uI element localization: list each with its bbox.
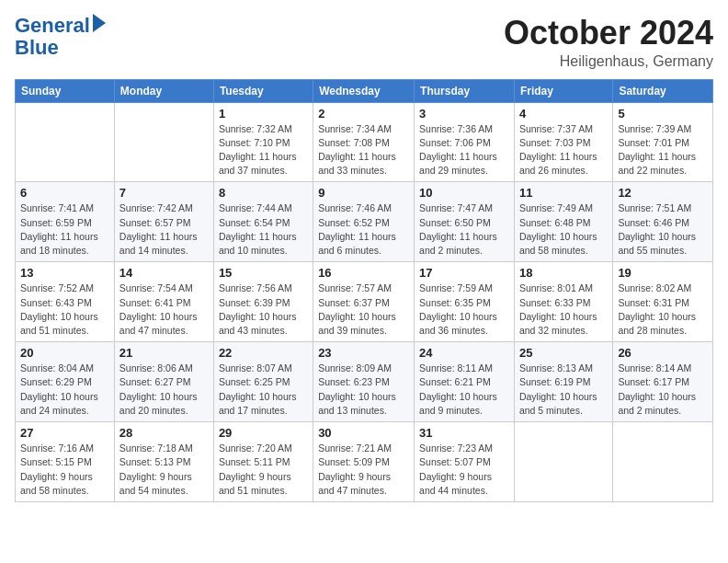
- calendar-cell: 13Sunrise: 7:52 AMSunset: 6:43 PMDayligh…: [16, 262, 115, 342]
- day-number: 20: [20, 346, 109, 360]
- day-detail: Sunrise: 8:13 AMSunset: 6:19 PMDaylight:…: [519, 362, 608, 418]
- calendar-cell: 10Sunrise: 7:47 AMSunset: 6:50 PMDayligh…: [415, 182, 515, 262]
- day-number: 21: [119, 346, 209, 360]
- day-number: 15: [219, 266, 308, 280]
- calendar-week-row: 20Sunrise: 8:04 AMSunset: 6:29 PMDayligh…: [16, 342, 713, 422]
- weekday-header-row: SundayMondayTuesdayWednesdayThursdayFrid…: [16, 79, 713, 102]
- location: Heiligenhaus, Germany: [504, 53, 713, 70]
- day-number: 4: [519, 107, 608, 121]
- calendar-cell: 31Sunrise: 7:23 AMSunset: 5:07 PMDayligh…: [415, 422, 515, 502]
- day-number: 7: [119, 186, 209, 200]
- calendar-cell: 14Sunrise: 7:54 AMSunset: 6:41 PMDayligh…: [114, 262, 213, 342]
- calendar-cell: 2Sunrise: 7:34 AMSunset: 7:08 PMDaylight…: [313, 102, 415, 182]
- day-number: 14: [119, 266, 209, 280]
- day-number: 2: [318, 107, 409, 121]
- day-number: 22: [219, 346, 308, 360]
- month-title: October 2024: [504, 15, 713, 52]
- weekday-header: Tuesday: [213, 79, 313, 102]
- calendar-cell: 6Sunrise: 7:41 AMSunset: 6:59 PMDaylight…: [16, 182, 115, 262]
- day-detail: Sunrise: 7:56 AMSunset: 6:39 PMDaylight:…: [219, 282, 308, 338]
- day-detail: Sunrise: 7:59 AMSunset: 6:35 PMDaylight:…: [419, 282, 509, 338]
- day-detail: Sunrise: 8:09 AMSunset: 6:23 PMDaylight:…: [318, 362, 409, 418]
- day-number: 23: [318, 346, 409, 360]
- day-number: 17: [419, 266, 509, 280]
- calendar-cell: 8Sunrise: 7:44 AMSunset: 6:54 PMDaylight…: [213, 182, 313, 262]
- day-number: 8: [219, 186, 308, 200]
- calendar-cell: 7Sunrise: 7:42 AMSunset: 6:57 PMDaylight…: [114, 182, 213, 262]
- logo: General Blue: [15, 15, 106, 59]
- day-detail: Sunrise: 8:04 AMSunset: 6:29 PMDaylight:…: [20, 362, 109, 418]
- day-detail: Sunrise: 7:34 AMSunset: 7:08 PMDaylight:…: [318, 122, 409, 178]
- calendar-cell: [16, 102, 115, 182]
- day-number: 19: [618, 266, 708, 280]
- day-detail: Sunrise: 7:16 AMSunset: 5:15 PMDaylight:…: [20, 442, 109, 498]
- day-detail: Sunrise: 7:54 AMSunset: 6:41 PMDaylight:…: [119, 282, 209, 338]
- calendar-cell: 19Sunrise: 8:02 AMSunset: 6:31 PMDayligh…: [613, 262, 713, 342]
- day-detail: Sunrise: 7:36 AMSunset: 7:06 PMDaylight:…: [419, 122, 509, 178]
- day-detail: Sunrise: 7:21 AMSunset: 5:09 PMDaylight:…: [318, 442, 409, 498]
- day-detail: Sunrise: 7:18 AMSunset: 5:13 PMDaylight:…: [119, 442, 209, 498]
- calendar-cell: 20Sunrise: 8:04 AMSunset: 6:29 PMDayligh…: [16, 342, 115, 422]
- day-detail: Sunrise: 7:23 AMSunset: 5:07 PMDaylight:…: [419, 442, 509, 498]
- calendar-cell: 21Sunrise: 8:06 AMSunset: 6:27 PMDayligh…: [114, 342, 213, 422]
- logo-blue-text: Blue: [15, 37, 106, 59]
- page-container: General Blue October 2024 Heiligenhaus, …: [0, 0, 728, 511]
- day-detail: Sunrise: 7:44 AMSunset: 6:54 PMDaylight:…: [219, 201, 308, 258]
- day-detail: Sunrise: 8:02 AMSunset: 6:31 PMDaylight:…: [618, 282, 708, 338]
- calendar-cell: 18Sunrise: 8:01 AMSunset: 6:33 PMDayligh…: [514, 262, 612, 342]
- calendar-cell: 30Sunrise: 7:21 AMSunset: 5:09 PMDayligh…: [313, 422, 415, 502]
- calendar-cell: 17Sunrise: 7:59 AMSunset: 6:35 PMDayligh…: [415, 262, 515, 342]
- calendar-cell: 4Sunrise: 7:37 AMSunset: 7:03 PMDaylight…: [514, 102, 612, 182]
- calendar-cell: 15Sunrise: 7:56 AMSunset: 6:39 PMDayligh…: [213, 262, 313, 342]
- day-number: 9: [318, 186, 409, 200]
- day-detail: Sunrise: 8:01 AMSunset: 6:33 PMDaylight:…: [519, 282, 608, 338]
- logo-arrow-icon: [93, 14, 106, 32]
- calendar-week-row: 1Sunrise: 7:32 AMSunset: 7:10 PMDaylight…: [16, 102, 713, 182]
- calendar-week-row: 6Sunrise: 7:41 AMSunset: 6:59 PMDaylight…: [16, 182, 713, 262]
- calendar-cell: 27Sunrise: 7:16 AMSunset: 5:15 PMDayligh…: [16, 422, 115, 502]
- calendar-cell: 16Sunrise: 7:57 AMSunset: 6:37 PMDayligh…: [313, 262, 415, 342]
- day-number: 13: [20, 266, 109, 280]
- day-detail: Sunrise: 7:32 AMSunset: 7:10 PMDaylight:…: [219, 122, 308, 178]
- calendar-cell: [514, 422, 612, 502]
- calendar-cell: 11Sunrise: 7:49 AMSunset: 6:48 PMDayligh…: [514, 182, 612, 262]
- calendar-cell: [613, 422, 713, 502]
- day-number: 3: [419, 107, 509, 121]
- day-detail: Sunrise: 7:47 AMSunset: 6:50 PMDaylight:…: [419, 201, 509, 258]
- day-detail: Sunrise: 8:11 AMSunset: 6:21 PMDaylight:…: [419, 362, 509, 418]
- weekday-header: Wednesday: [313, 79, 415, 102]
- calendar-cell: 9Sunrise: 7:46 AMSunset: 6:52 PMDaylight…: [313, 182, 415, 262]
- calendar-cell: 23Sunrise: 8:09 AMSunset: 6:23 PMDayligh…: [313, 342, 415, 422]
- calendar-cell: 1Sunrise: 7:32 AMSunset: 7:10 PMDaylight…: [213, 102, 313, 182]
- header: General Blue October 2024 Heiligenhaus, …: [15, 15, 713, 70]
- day-number: 28: [119, 426, 209, 440]
- weekday-header: Thursday: [415, 79, 515, 102]
- day-detail: Sunrise: 7:49 AMSunset: 6:48 PMDaylight:…: [519, 201, 608, 258]
- day-number: 30: [318, 426, 409, 440]
- calendar-cell: [114, 102, 213, 182]
- day-detail: Sunrise: 7:51 AMSunset: 6:46 PMDaylight:…: [618, 201, 708, 258]
- day-detail: Sunrise: 7:46 AMSunset: 6:52 PMDaylight:…: [318, 201, 409, 258]
- day-number: 10: [419, 186, 509, 200]
- weekday-header: Sunday: [16, 79, 115, 102]
- weekday-header: Saturday: [613, 79, 713, 102]
- day-number: 24: [419, 346, 509, 360]
- day-number: 31: [419, 426, 509, 440]
- day-detail: Sunrise: 7:37 AMSunset: 7:03 PMDaylight:…: [519, 122, 608, 178]
- day-detail: Sunrise: 7:20 AMSunset: 5:11 PMDaylight:…: [219, 442, 308, 498]
- calendar-cell: 29Sunrise: 7:20 AMSunset: 5:11 PMDayligh…: [213, 422, 313, 502]
- calendar-week-row: 13Sunrise: 7:52 AMSunset: 6:43 PMDayligh…: [16, 262, 713, 342]
- day-number: 1: [219, 107, 308, 121]
- calendar-cell: 26Sunrise: 8:14 AMSunset: 6:17 PMDayligh…: [613, 342, 713, 422]
- calendar-cell: 3Sunrise: 7:36 AMSunset: 7:06 PMDaylight…: [415, 102, 515, 182]
- weekday-header: Monday: [114, 79, 213, 102]
- calendar-cell: 12Sunrise: 7:51 AMSunset: 6:46 PMDayligh…: [613, 182, 713, 262]
- title-area: October 2024 Heiligenhaus, Germany: [504, 15, 713, 70]
- day-number: 18: [519, 266, 608, 280]
- calendar-cell: 5Sunrise: 7:39 AMSunset: 7:01 PMDaylight…: [613, 102, 713, 182]
- calendar-cell: 22Sunrise: 8:07 AMSunset: 6:25 PMDayligh…: [213, 342, 313, 422]
- day-number: 29: [219, 426, 308, 440]
- day-detail: Sunrise: 8:14 AMSunset: 6:17 PMDaylight:…: [618, 362, 708, 418]
- calendar-week-row: 27Sunrise: 7:16 AMSunset: 5:15 PMDayligh…: [16, 422, 713, 502]
- calendar-cell: 28Sunrise: 7:18 AMSunset: 5:13 PMDayligh…: [114, 422, 213, 502]
